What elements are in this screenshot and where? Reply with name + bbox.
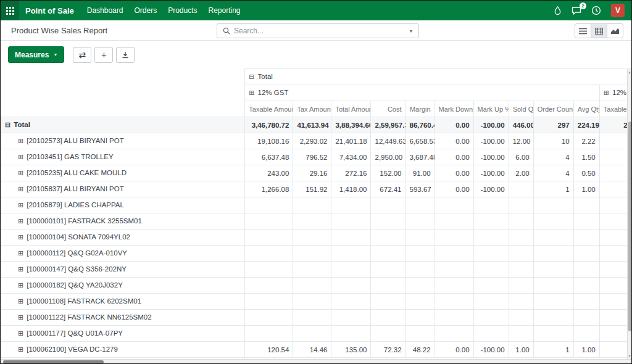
pivot-cell: 0.00	[434, 342, 473, 358]
pivot-cell	[533, 230, 573, 246]
pivot-measure-header[interactable]: Avg Qty	[573, 101, 599, 117]
pivot-view-button[interactable]	[591, 23, 607, 38]
pivot-cell: 86,760.40	[405, 117, 434, 133]
label: [100000112] Q&Q G02A-010VY	[27, 249, 127, 257]
pivot-cell	[573, 213, 599, 230]
pivot-row-label[interactable]: ⊞[20105235] ALU CAKE MOULD	[1, 165, 245, 181]
pivot-measure-header[interactable]: Taxable Amount	[245, 101, 293, 117]
pivot-row-label[interactable]: ⊞[20105879] LADIES CHAPPAL	[1, 197, 245, 213]
pivot-row-label[interactable]: ⊞[100000101] FASTRACK 3255SM01	[1, 213, 245, 230]
pivot-cell: 3,46,780.72	[245, 117, 293, 133]
activities-clock-icon[interactable]	[591, 6, 601, 15]
pivot-cell: 29.16	[293, 165, 331, 181]
pivot-row-label[interactable]: ⊞[100062100] VEGA DC-1279	[1, 342, 245, 358]
pivot-row-label[interactable]: ⊞[100001122] FASTRACK NN6125SM02	[1, 310, 245, 326]
vertical-scrollbar-thumb[interactable]	[628, 122, 631, 331]
pivot-cell	[371, 278, 405, 294]
expand-plus-icon: ⊞	[18, 313, 23, 321]
messages-icon[interactable]: 2	[572, 6, 581, 15]
pivot-row-label[interactable]: ⊞[100001177] Q&Q U01A-07PY	[1, 326, 245, 342]
control-panel: Product Wise Sales Report ▼	[1, 20, 631, 41]
pivot-cell	[293, 197, 331, 213]
graph-view-button[interactable]	[607, 23, 623, 38]
pivot-measure-header[interactable]: Sold Qty	[509, 101, 533, 117]
pivot-cell: 446.00	[509, 117, 533, 133]
pivot-cell	[405, 262, 434, 278]
vertical-scrollbar[interactable]: ▲ ▼	[627, 69, 631, 359]
pivot-measure-header[interactable]: Tax Amount	[293, 101, 331, 117]
label: 12% GST	[258, 89, 289, 96]
pivot-cell	[473, 213, 509, 230]
pivot-row-label[interactable]: ⊞[100000147] Q&Q S356-202NY	[1, 262, 245, 278]
message-count-badge: 2	[580, 2, 586, 9]
expand-plus-icon: ⊞	[18, 217, 23, 225]
pivot-measure-header[interactable]: Total Amount	[331, 101, 371, 117]
pivot-cell: -100.00	[473, 342, 509, 358]
label: [100001122] FASTRACK NN6125SM02	[27, 313, 151, 321]
pivot-measure-header[interactable]: Order Count	[533, 101, 573, 117]
pivot-row-label-total[interactable]: ⊟Total	[1, 117, 245, 133]
search-icon	[217, 27, 234, 35]
pivot-view: ⊟Total⊞12% GST⊞12% IGTaxable AmountTax A…	[1, 68, 631, 359]
pivot-measure-header[interactable]: Margin	[405, 101, 434, 117]
apps-menu-button[interactable]	[1, 1, 19, 20]
pivot-cell: 135.00	[331, 342, 371, 358]
pivot-product-row: ⊞[100000112] Q&Q G02A-010VY	[1, 246, 632, 262]
pivot-cell	[245, 326, 293, 342]
pivot-row-label[interactable]: ⊞[20103451] GAS TROLLEY	[1, 149, 245, 165]
download-xlsx-button[interactable]	[116, 47, 135, 63]
top-navbar: Point of Sale DashboardOrdersProductsRep…	[1, 1, 631, 20]
pivot-measure-header[interactable]: Cost	[371, 101, 405, 117]
pivot-cell: 7,434.00	[331, 149, 371, 165]
pivot-row-label[interactable]: ⊞[20105837] ALU BIRYANI POT	[1, 181, 245, 197]
expand-plus-icon: ⊞	[604, 89, 609, 96]
pivot-cell: 6,658.53	[405, 133, 434, 149]
pivot-cell: 21,401.18	[331, 133, 371, 149]
pivot-cell	[293, 294, 331, 310]
pivot-cell	[533, 213, 573, 230]
pivot-measure-header[interactable]: Mark Down %	[434, 101, 473, 117]
list-view-button[interactable]	[575, 23, 591, 38]
pivot-row-label[interactable]: ⊞[100000182] Q&Q YA20J032Y	[1, 278, 245, 294]
expand-all-button[interactable]: +	[94, 47, 113, 63]
measures-button-label: Measures	[15, 51, 49, 59]
pivot-cell: -100.00	[473, 181, 509, 197]
pivot-cell	[371, 310, 405, 326]
pivot-cell: -100.00	[473, 117, 509, 133]
pivot-cell	[573, 246, 599, 262]
nav-item-orders[interactable]: Orders	[128, 1, 162, 20]
pivot-row-label[interactable]: ⊞[100000104] SONATA 7094YL02	[1, 230, 245, 246]
scroll-down-arrow-icon[interactable]: ▼	[628, 354, 631, 358]
nav-item-products[interactable]: Products	[162, 1, 202, 20]
pivot-col-group-total[interactable]: ⊟Total	[245, 69, 631, 85]
label: Total	[258, 73, 273, 80]
pivot-row-label[interactable]: ⊞[20102573] ALU BIRYANI POT	[1, 133, 245, 149]
flip-axis-button[interactable]: ⇄	[73, 47, 91, 63]
measures-button[interactable]: Measures ▼	[8, 46, 64, 63]
horizontal-scrollbar-thumb[interactable]	[3, 360, 104, 363]
pivot-cell	[331, 326, 371, 342]
pivot-cell: 91.00	[405, 165, 434, 181]
pivot-col-group-0[interactable]: ⊞12% GST	[245, 85, 599, 101]
horizontal-scrollbar[interactable]	[1, 359, 631, 363]
search-input[interactable]	[234, 27, 404, 35]
scroll-up-arrow-icon[interactable]: ▲	[628, 70, 631, 74]
pivot-measure-header[interactable]: Mark Up %	[473, 101, 509, 117]
notification-drop-icon[interactable]	[554, 6, 562, 15]
nav-item-dashboard[interactable]: Dashboard	[81, 1, 129, 20]
search-filters-caret-icon[interactable]: ▼	[404, 24, 418, 38]
pivot-cell	[405, 246, 434, 262]
pivot-cell: 4	[533, 165, 573, 181]
pivot-row-label[interactable]: ⊞[100000112] Q&Q G02A-010VY	[1, 246, 245, 262]
pivot-cell	[293, 310, 331, 326]
pivot-cell	[533, 278, 573, 294]
pivot-cell: 1	[533, 342, 573, 358]
pivot-cell: 0.00	[434, 165, 473, 181]
user-avatar[interactable]: V	[611, 4, 625, 17]
expand-plus-icon: ⊞	[18, 201, 23, 209]
app-name[interactable]: Point of Sale	[25, 6, 74, 15]
pivot-cell	[434, 246, 473, 262]
nav-item-reporting[interactable]: Reporting	[203, 1, 246, 20]
pivot-row-label[interactable]: ⊞[100001108] FASTRACK 6202SM01	[1, 294, 245, 310]
pivot-cell	[509, 230, 533, 246]
